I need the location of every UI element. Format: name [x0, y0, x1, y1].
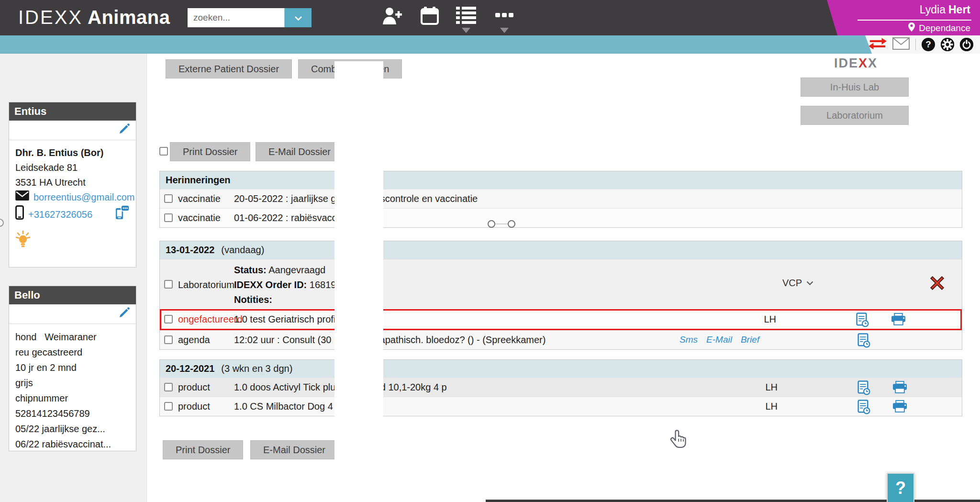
sms-link[interactable]: Sms	[679, 335, 698, 345]
drag-handle-right[interactable]	[508, 220, 515, 228]
sms-icon[interactable]	[115, 205, 130, 224]
section-date: 20-12-2021	[166, 363, 214, 374]
client-address-line2: 3531 HA Utrecht	[15, 175, 130, 190]
section-date-header: 20-12-2021 (3 wkn en 3 dgn)	[160, 360, 962, 378]
icon-divider	[915, 39, 916, 50]
history-doc-icon[interactable]	[856, 312, 869, 329]
reminders-header: Herinneringen	[160, 171, 962, 189]
in-huis-lab-button[interactable]: In-Huis Lab	[801, 78, 909, 97]
search-type-dropdown[interactable]	[284, 8, 312, 27]
section-date-note: (3 wkn en 3 dgn)	[221, 363, 292, 374]
laboratorium-row[interactable]: Laboratorium Status: Aangevraagd IDEXX O…	[160, 259, 962, 309]
row-checkbox[interactable]	[164, 402, 173, 411]
brief-link[interactable]: Brief	[741, 335, 759, 345]
gear-icon[interactable]	[941, 38, 954, 51]
list-icon	[456, 6, 476, 26]
row-checkbox[interactable]	[164, 383, 173, 391]
divider-drag-handles[interactable]	[488, 220, 519, 228]
row-checkbox[interactable]	[164, 280, 173, 289]
laboratorium-button[interactable]: Laboratorium	[801, 106, 909, 125]
section-date: 13-01-2022	[166, 245, 214, 256]
patient-chip-number: 52814123456789	[15, 406, 130, 421]
notes-label: Notities:	[234, 294, 272, 305]
row-checkbox[interactable]	[164, 213, 173, 222]
select-all-checkbox[interactable]	[159, 147, 168, 156]
externe-patient-dossier-button[interactable]: Externe Patient Dossier	[166, 59, 292, 78]
unbilled-row-highlighted[interactable]: ongefactureerd 1.0 test Geriatrisch prof…	[160, 309, 962, 330]
swap-arrows-icon[interactable]	[869, 37, 887, 52]
dossier-section-today: 13-01-2022 (vandaag) Laboratorium Status…	[159, 241, 962, 350]
section-date-header: 13-01-2022 (vandaag)	[160, 241, 962, 259]
search-input[interactable]	[188, 8, 284, 27]
product-row[interactable]: product 1.0 doos Activyl Tick plus gem.h…	[160, 378, 962, 397]
mail-icon[interactable]	[892, 37, 910, 52]
patient-card-body: hond Weimaraner reu gecastreerd 10 jr en…	[9, 324, 136, 457]
agenda-row[interactable]: agenda 12:02 uur : Consult (30 minuten) …	[160, 330, 962, 349]
print-icon[interactable]	[892, 400, 907, 415]
user-name[interactable]: LydiaHert	[920, 3, 970, 16]
patient-chip-label: chipnummer	[15, 390, 130, 406]
status-label: Status:	[234, 265, 267, 275]
worklist-button[interactable]	[456, 6, 477, 33]
sidebar-collapse-handle[interactable]	[0, 219, 4, 227]
search-icon	[340, 280, 349, 291]
history-doc-icon[interactable]	[858, 400, 870, 416]
list-caret-icon	[462, 28, 470, 33]
client-email-link[interactable]: borreentius@gmail.com	[33, 190, 135, 205]
row-checkbox[interactable]	[164, 335, 173, 344]
order-id-label: IDEXX Order ID:	[234, 279, 307, 290]
row-initials: LH	[765, 382, 778, 393]
help-icon[interactable]: ?	[922, 38, 935, 51]
email-dossier-button-top[interactable]: E-Mail Dossier	[256, 142, 344, 161]
row-checkbox[interactable]	[164, 315, 173, 324]
search-client-label: Client	[353, 280, 377, 291]
drag-handle-left[interactable]	[488, 220, 495, 228]
agenda-button[interactable]	[419, 6, 440, 27]
location-label: Dependance	[919, 23, 970, 33]
client-card-toolbar	[9, 121, 136, 140]
print-dossier-button-top[interactable]: Print Dossier	[170, 142, 250, 161]
client-phone-link[interactable]: +31627326056	[28, 207, 92, 222]
reminders-table: Herinneringen vaccinatie 20-05-2022 : ja…	[159, 171, 962, 228]
help-fab-button[interactable]: ?	[887, 473, 914, 502]
location-selector[interactable]: Dependance	[908, 22, 970, 34]
calendar-icon	[420, 6, 439, 27]
dossier-section-past: 20-12-2021 (3 wkn en 3 dgn) product 1.0 …	[159, 359, 962, 416]
add-person-icon	[382, 6, 402, 27]
more-menu-button[interactable]	[494, 6, 515, 33]
section-date-note: (vandaag)	[221, 245, 264, 256]
row-description: 1.0 test Geriatrisch profiel	[234, 314, 343, 325]
email-link[interactable]: E-Mail	[706, 335, 732, 345]
history-doc-icon[interactable]	[858, 333, 870, 350]
row-checkbox[interactable]	[164, 194, 173, 203]
edit-client-icon[interactable]	[119, 128, 130, 136]
ellipsis-icon	[494, 6, 514, 26]
add-client-button[interactable]	[382, 6, 403, 27]
print-icon[interactable]	[892, 381, 907, 396]
delete-x-icon[interactable]	[930, 276, 945, 292]
row-initials: LH	[764, 314, 776, 325]
print-icon[interactable]	[891, 313, 906, 328]
print-dossier-button-bottom[interactable]: Print Dossier	[163, 440, 243, 459]
patient-species-breed: hond Weimaraner	[15, 329, 130, 345]
history-doc-icon[interactable]	[858, 380, 870, 397]
global-search: Client	[188, 8, 312, 27]
app-logo[interactable]: IDEXXAnimana	[18, 7, 170, 28]
product-row[interactable]: product 1.0 CS Milbactor Dog 4 tabletten…	[160, 397, 962, 416]
power-icon[interactable]	[960, 38, 973, 51]
vcp-dropdown[interactable]: VCP	[782, 278, 813, 289]
lightbulb-icon[interactable]	[15, 239, 31, 250]
patient-reminder-1: 05/22 jaarlijkse gez...	[15, 421, 130, 436]
reminder-row[interactable]: vaccinatie 20-05-2022 : jaarlijkse gezon…	[160, 189, 962, 208]
email-dossier-button-bottom[interactable]: E-Mail Dossier	[250, 440, 338, 459]
search-client-button[interactable]: Client	[334, 61, 383, 502]
row-type: product	[178, 382, 210, 393]
location-pin-icon	[908, 22, 915, 34]
patient-card-toolbar	[9, 304, 136, 324]
reminder-type: vaccinatie	[178, 212, 221, 223]
envelope-icon	[15, 190, 29, 205]
idexx-brand-logo: IDEXX	[834, 56, 878, 71]
row-description: 12:02 uur : Consult (30 minuten) - apath…	[234, 335, 546, 346]
reminder-row[interactable]: vaccinatie 01-06-2022 : rabiësvaccinatie	[160, 208, 962, 227]
edit-patient-icon[interactable]	[119, 312, 130, 320]
